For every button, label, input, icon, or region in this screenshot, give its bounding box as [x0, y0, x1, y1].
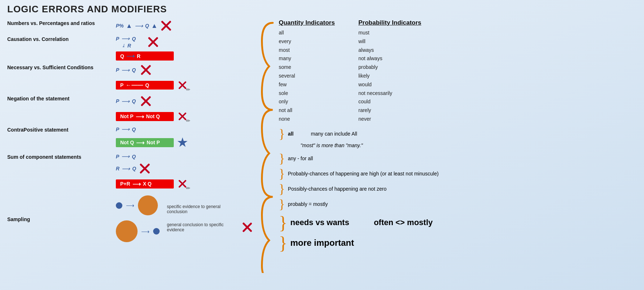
- qty-col: Quantity Indicators all every most many …: [279, 19, 337, 124]
- prob-item-7: not necessarily: [358, 89, 421, 98]
- sample-general: ⟶: [116, 220, 160, 242]
- any-text: any - for all: [288, 156, 313, 161]
- big-brace-svg: [257, 19, 277, 273]
- dot-small-2: [153, 228, 160, 235]
- dot-small-1: [116, 202, 122, 209]
- necessary-row: Necessary vs. Sufficient Conditions P ⟶ …: [7, 63, 253, 92]
- numbers-row: Numbers vs. Percentages and ratios P% ▲ …: [7, 19, 253, 32]
- big-brace-col: [261, 19, 279, 273]
- star-icon: ★: [177, 135, 188, 150]
- most-note: "most" is more than "many.": [300, 142, 637, 148]
- sum-row: Sum of component statements P ⟶ Q R ⟶ Q: [7, 153, 253, 190]
- probably-mostly-text: probably = mostly: [288, 201, 328, 207]
- prob-header: Probability Indicators: [358, 19, 421, 26]
- sampling-label: Sampling: [7, 215, 112, 222]
- note-all: } all many can include All: [279, 127, 637, 140]
- possibly-text: Possibly-chances of happening are not ze…: [288, 186, 386, 192]
- negation-pq: P ⟶ Q: [116, 98, 136, 105]
- qty-item-1: every: [279, 37, 337, 46]
- needs-text: needs vs wants: [290, 218, 349, 227]
- prob-item-0: must: [358, 29, 421, 37]
- specific-label: specific evidence to general conclusion: [167, 204, 239, 214]
- note-possibly: } Possibly-chances of happening are not …: [279, 182, 637, 195]
- numbers-diagram: P% ▲ ⟶ Q ▲: [116, 19, 253, 32]
- qty-item-2: most: [279, 46, 337, 55]
- numbers-arrow-line: P% ▲ ⟶ Q ▲: [116, 19, 253, 32]
- notes-right: Quantity Indicators all every most many …: [279, 19, 637, 273]
- necessary-diagram: P ⟶ Q P ←—— Q: [116, 63, 253, 92]
- general-label: general conclusion to specific evidence: [167, 222, 239, 232]
- note-probably: } Probably-chances of happening are high…: [279, 167, 637, 180]
- pencil-cross-necessary: ✏: [176, 79, 189, 92]
- page-title: LOGIC ERRORS AND MODIFIERS: [7, 4, 637, 15]
- notes-section: } all many can include All "most" is mor…: [279, 127, 637, 252]
- causation-diagram: P ⟶ Q ⤓ R Q: [116, 35, 253, 61]
- negation-red-bar: Not P ⟶ Not Q: [116, 112, 174, 121]
- qty-item-8: only: [279, 98, 337, 106]
- sum-red-bar: P+R ⟶ X Q: [116, 179, 174, 188]
- prob-item-2: always: [358, 46, 421, 55]
- probably-text: Probably-chances of happening are high (…: [288, 171, 438, 177]
- q-var: Q: [145, 23, 149, 29]
- necessary-pq: P ⟶ Q: [116, 67, 136, 74]
- prob-item-8: could: [358, 98, 421, 106]
- contra-green-bar: Not Q ⟶ Not P: [116, 138, 174, 147]
- contra-pq: P ⟶ Q: [116, 126, 136, 133]
- prob-item-1: will: [358, 37, 421, 46]
- note-any: } any - for all: [279, 152, 637, 165]
- contrapositive-row: ContraPositive statement P ⟶ Q Not Q ⟶: [7, 126, 253, 150]
- causation-r: ⤓ R: [116, 43, 136, 49]
- qty-item-9: not all: [279, 106, 337, 115]
- qty-item-10: none: [279, 115, 337, 124]
- all-note: many can include All: [311, 131, 357, 137]
- causation-red-bar: Q ⟶ R: [116, 51, 174, 61]
- brace-pm: }: [279, 198, 285, 211]
- sum-rq: R ⟶ Q: [116, 162, 253, 175]
- qty-header: Quantity Indicators: [279, 19, 337, 26]
- pencil-cross-negation: ✏: [176, 110, 189, 123]
- up-arrow-p: ▲: [126, 22, 132, 30]
- left-panel: Numbers vs. Percentages and ratios P% ▲ …: [7, 19, 253, 273]
- causation-pq: P ⟶ Q: [116, 35, 136, 42]
- page-container: LOGIC ERRORS AND MODIFIERS Numbers vs. P…: [0, 0, 644, 290]
- brace-probably: }: [279, 167, 285, 180]
- prob-col: Probability Indicators must will always …: [358, 19, 421, 124]
- note-needs: } needs vs wants often <> mostly: [279, 214, 637, 232]
- arrow-right-1: ⟶: [135, 22, 143, 29]
- note-probably-mostly: } probably = mostly: [279, 198, 637, 211]
- sum-pq: P ⟶ Q: [116, 153, 253, 160]
- note-more-important: } more important: [279, 234, 637, 252]
- prob-item-10: never: [358, 115, 421, 124]
- prob-item-4: probably: [358, 63, 421, 72]
- contrapositive-label: ContraPositive statement: [7, 126, 112, 133]
- negation-label: Negation of the statement: [7, 95, 112, 102]
- main-layout: Numbers vs. Percentages and ratios P% ▲ …: [7, 19, 637, 273]
- qty-item-7: sole: [279, 89, 337, 98]
- prob-item-9: rarely: [358, 106, 421, 115]
- circle-large-1: [138, 195, 158, 215]
- qty-item-6: few: [279, 80, 337, 89]
- cross-numbers: [160, 19, 173, 32]
- qty-item-0: all: [279, 29, 337, 37]
- brace-needs: }: [279, 214, 287, 232]
- top-lists: Quantity Indicators all every most many …: [279, 19, 637, 124]
- cross-sampling: [241, 221, 253, 234]
- cross-causation: [147, 36, 160, 49]
- necessary-red-bar: P ←—— Q: [116, 81, 174, 90]
- necessary-label: Necessary vs. Sufficient Conditions: [7, 63, 112, 70]
- prob-item-6: would: [358, 80, 421, 89]
- all-text: all: [288, 131, 294, 137]
- qty-item-3: many: [279, 54, 337, 63]
- often-text: often <> mostly: [374, 218, 433, 227]
- up-arrow-q: ▲: [151, 22, 158, 30]
- cross-negation: [139, 95, 152, 108]
- prob-item-5: likely: [358, 72, 421, 80]
- numbers-label: Numbers vs. Percentages and ratios: [7, 19, 112, 26]
- brace-all: }: [279, 127, 285, 140]
- brace-any: }: [279, 152, 285, 165]
- brace-more: }: [279, 234, 287, 252]
- causation-row: Causation vs. Correlation P ⟶ Q ⤓ R: [7, 35, 253, 61]
- negation-diagram: P ⟶ Q Not P ⟶ Not Q: [116, 95, 253, 123]
- right-panel: Quantity Indicators all every most many …: [261, 19, 637, 273]
- cross-sum: [138, 162, 151, 175]
